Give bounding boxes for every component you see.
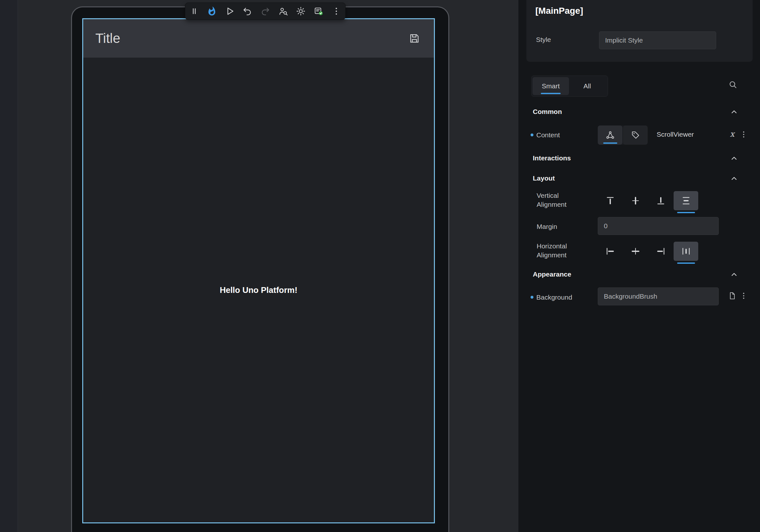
tab-all[interactable]: All	[569, 77, 605, 95]
save-floppy-icon	[408, 32, 421, 45]
valign-center-button[interactable]	[623, 191, 648, 210]
content-editor-mode-toggle	[598, 125, 648, 145]
app-content-area[interactable]: Hello Uno Platform!	[83, 58, 434, 522]
app-title-text: Title	[95, 31, 120, 46]
hot-reload-flame-icon	[207, 6, 217, 16]
section-common-title: Common	[533, 108, 562, 116]
background-label: Background	[536, 293, 572, 302]
kebab-icon	[739, 292, 748, 300]
content-designer-mode-button[interactable]	[598, 125, 622, 145]
redo-button[interactable]	[258, 4, 272, 18]
background-resource-button[interactable]	[726, 290, 738, 302]
play-button[interactable]	[223, 4, 237, 18]
active-indicator	[677, 263, 695, 264]
selected-element-card: [MainPage] Style	[526, 0, 753, 62]
document-icon	[728, 291, 736, 300]
background-more-button[interactable]	[738, 290, 749, 302]
x-markup-icon: x	[730, 129, 735, 139]
undo-button[interactable]	[240, 4, 255, 18]
align-hcenter-icon	[630, 246, 641, 256]
save-button[interactable]	[407, 31, 422, 46]
vertical-alignment-label: Vertical Alignment	[537, 191, 585, 209]
page-title: [MainPage]	[535, 6, 583, 16]
play-icon	[225, 6, 235, 16]
inspect-element-button[interactable]	[276, 4, 290, 18]
undo-icon	[242, 6, 253, 16]
more-options-kebab-icon	[332, 6, 341, 16]
halign-stretch-button[interactable]	[674, 242, 698, 261]
active-indicator	[603, 142, 617, 144]
tab-smart[interactable]: Smart	[533, 77, 569, 95]
horizontal-alignment-label: Horizontal Alignment	[537, 242, 588, 260]
validation-button[interactable]	[312, 4, 326, 18]
inspect-element-icon	[278, 6, 288, 16]
content-markup-extension-button[interactable]: x	[726, 128, 738, 140]
align-top-icon	[605, 196, 615, 206]
component-icon	[605, 130, 615, 140]
validation-checklist-icon	[313, 6, 324, 16]
valign-bottom-button[interactable]	[648, 191, 673, 210]
tab-smart-label: Smart	[542, 82, 560, 90]
device-frame: Title Hello Uno Platform!	[71, 6, 449, 532]
align-right-icon	[656, 246, 666, 256]
search-icon	[728, 80, 737, 89]
collapse-appearance-button[interactable]	[728, 269, 740, 280]
tab-all-label: All	[583, 82, 591, 90]
section-interactions-title: Interactions	[533, 154, 571, 162]
active-indicator	[677, 212, 695, 213]
align-bottom-icon	[656, 196, 666, 206]
content-more-button[interactable]	[738, 129, 749, 140]
halign-left-button[interactable]	[598, 242, 622, 261]
background-modified-dot	[531, 296, 534, 299]
kebab-icon	[739, 130, 748, 139]
designer-toolbar	[185, 3, 346, 20]
vertical-alignment-buttons	[598, 191, 698, 210]
align-left-icon	[605, 246, 615, 256]
background-input[interactable]	[598, 287, 719, 305]
app-title-bar: Title	[83, 19, 434, 58]
collapse-layout-button[interactable]	[728, 173, 740, 184]
theme-toggle-sun-icon	[296, 6, 306, 16]
content-tag-mode-button[interactable]	[623, 125, 648, 145]
halign-center-button[interactable]	[623, 242, 648, 261]
hello-text: Hello Uno Platform!	[220, 285, 298, 295]
window-edge-strip	[0, 0, 18, 532]
active-indicator	[541, 93, 561, 94]
align-hstretch-icon	[681, 246, 691, 256]
section-appearance-title: Appearance	[533, 270, 571, 278]
more-options-button[interactable]	[329, 4, 343, 18]
content-label: Content	[536, 130, 560, 140]
horizontal-alignment-buttons	[598, 242, 698, 261]
style-input[interactable]	[599, 31, 716, 49]
hot-design-window: { "colors": { "accent": "#3f9be4", "sele…	[0, 0, 760, 532]
content-modified-dot	[531, 133, 534, 136]
redo-icon	[260, 6, 270, 16]
margin-label: Margin	[537, 222, 557, 231]
properties-panel: [MainPage] Style Smart All Common Conten…	[518, 0, 760, 532]
section-layout-title: Layout	[533, 174, 555, 182]
margin-input[interactable]	[598, 217, 719, 235]
hot-reload-button[interactable]	[205, 4, 219, 18]
property-tabs: Smart All	[531, 75, 608, 97]
collapse-interactions-button[interactable]	[728, 153, 740, 164]
tag-icon	[631, 130, 640, 140]
align-vstretch-icon	[681, 196, 691, 206]
collapse-common-button[interactable]	[728, 107, 740, 118]
chevron-up-icon	[730, 154, 738, 163]
content-value[interactable]: ScrollViewer	[657, 130, 694, 138]
chevron-up-icon	[730, 270, 738, 279]
toolbar-drag-handle[interactable]	[187, 4, 201, 18]
align-vcenter-icon	[630, 196, 641, 206]
style-label: Style	[536, 36, 551, 43]
halign-right-button[interactable]	[648, 242, 673, 261]
chevron-up-icon	[730, 108, 738, 116]
drag-handle-icon	[189, 6, 199, 16]
valign-stretch-button[interactable]	[674, 191, 698, 210]
chevron-up-icon	[730, 174, 738, 183]
search-properties-button[interactable]	[726, 77, 740, 92]
theme-toggle-button[interactable]	[294, 4, 308, 18]
design-surface-selected-page[interactable]: Title Hello Uno Platform!	[82, 18, 435, 523]
valign-top-button[interactable]	[598, 191, 622, 210]
